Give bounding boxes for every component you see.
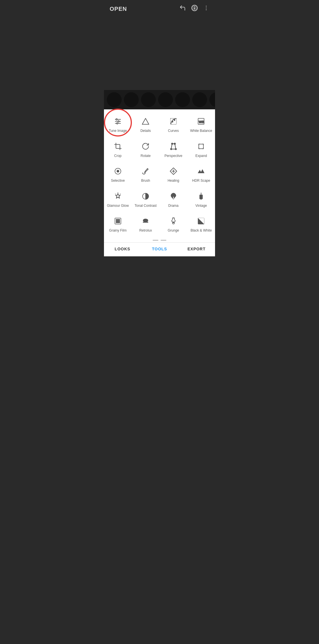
- tool-perspective[interactable]: Perspective: [160, 137, 187, 162]
- svg-marker-12: [142, 118, 149, 124]
- svg-text:WB: WB: [199, 120, 204, 124]
- svg-point-46: [117, 219, 118, 220]
- filter-item[interactable]: [141, 92, 156, 107]
- tool-curves[interactable]: Curves: [160, 112, 187, 137]
- tool-hdr-scape[interactable]: HDR Scape: [187, 162, 215, 187]
- svg-point-11: [116, 123, 118, 124]
- info-icon[interactable]: [191, 5, 198, 13]
- tool-tune-image[interactable]: Tune Image: [104, 112, 132, 137]
- svg-rect-25: [199, 144, 203, 148]
- svg-point-10: [118, 121, 119, 122]
- svg-point-4: [206, 8, 207, 9]
- svg-point-47: [119, 219, 120, 220]
- black-white-label: Black & White: [191, 228, 212, 233]
- svg-point-22: [174, 143, 175, 144]
- filter-item[interactable]: [209, 92, 215, 107]
- tool-grunge[interactable]: Grunge: [160, 212, 187, 237]
- svg-point-9: [116, 119, 117, 120]
- drama-label: Drama: [168, 204, 179, 208]
- tool-grainy-film[interactable]: Grainy Film: [104, 212, 132, 237]
- tool-selective[interactable]: Selective: [104, 162, 132, 187]
- bottom-navigation: LOOKS TOOLS EXPORT: [104, 242, 215, 256]
- grainy-film-label: Grainy Film: [109, 228, 126, 233]
- dot-dash-1: [153, 240, 158, 241]
- svg-line-37: [115, 194, 115, 194]
- nav-tools[interactable]: TOOLS: [141, 247, 178, 251]
- crop-icon: [114, 142, 122, 152]
- white-balance-icon: WB: [197, 117, 205, 126]
- more-options-icon[interactable]: [203, 5, 209, 13]
- crop-label: Crop: [114, 154, 122, 158]
- top-bar-actions: [179, 5, 209, 13]
- svg-rect-56: [143, 222, 148, 223]
- top-bar: OPEN: [104, 0, 215, 16]
- svg-point-51: [116, 222, 117, 223]
- hdr-scape-icon: [197, 167, 205, 176]
- tool-retrolux[interactable]: Retrolux: [132, 212, 160, 237]
- grunge-icon: [169, 217, 177, 226]
- tool-white-balance[interactable]: WB White Balance: [187, 112, 215, 137]
- filter-item[interactable]: [175, 92, 190, 107]
- filter-item[interactable]: [107, 92, 122, 107]
- tool-drama[interactable]: Drama: [160, 187, 187, 212]
- filter-item[interactable]: [192, 92, 207, 107]
- svg-rect-42: [200, 195, 203, 199]
- rotate-label: Rotate: [141, 154, 151, 158]
- tool-rotate[interactable]: Rotate: [132, 137, 160, 162]
- svg-point-53: [119, 222, 120, 223]
- black-white-icon: [197, 217, 205, 226]
- tool-expand[interactable]: Expand: [187, 137, 215, 162]
- perspective-icon: [169, 142, 177, 152]
- filter-strip[interactable]: [104, 90, 215, 109]
- tool-glamour-glow[interactable]: Glamour Glow: [104, 187, 132, 212]
- svg-point-57: [173, 222, 174, 223]
- svg-marker-33: [201, 169, 205, 173]
- rotate-icon: [142, 142, 150, 152]
- svg-point-50: [119, 221, 120, 222]
- healing-label: Healing: [167, 179, 179, 183]
- nav-looks[interactable]: LOOKS: [104, 247, 141, 251]
- svg-point-14: [172, 121, 173, 122]
- brush-icon: [142, 167, 150, 176]
- expand-icon: [197, 142, 205, 152]
- svg-point-3: [206, 6, 207, 7]
- svg-point-21: [171, 143, 173, 144]
- dot-dash-2: [161, 240, 166, 241]
- svg-point-23: [170, 148, 172, 150]
- tool-details[interactable]: Details: [132, 112, 160, 137]
- svg-point-45: [116, 219, 117, 220]
- curves-icon: [169, 117, 177, 126]
- glamour-glow-icon: [114, 192, 122, 201]
- tool-vintage[interactable]: Vintage: [187, 187, 215, 212]
- tonal-contrast-label: Tonal Contrast: [135, 204, 157, 208]
- undo-icon[interactable]: [179, 5, 186, 13]
- filter-item[interactable]: [124, 92, 139, 107]
- vintage-label: Vintage: [195, 204, 207, 208]
- svg-point-55: [144, 220, 145, 222]
- tonal-contrast-icon: [142, 192, 150, 201]
- svg-point-49: [117, 221, 118, 222]
- vintage-icon: [197, 192, 205, 201]
- svg-point-48: [116, 221, 117, 222]
- white-balance-label: White Balance: [190, 129, 212, 133]
- brush-label: Brush: [141, 179, 150, 183]
- tool-brush[interactable]: Brush: [132, 162, 160, 187]
- svg-line-36: [120, 194, 120, 194]
- tool-tonal-contrast[interactable]: Tonal Contrast: [132, 187, 160, 212]
- healing-icon: [169, 167, 177, 176]
- tool-black-white[interactable]: Black & White: [187, 212, 215, 237]
- hdr-scape-label: HDR Scape: [192, 179, 210, 183]
- open-button[interactable]: OPEN: [110, 6, 127, 12]
- scroll-indicator: [104, 237, 215, 242]
- tools-panel: Tune Image Details Curves: [104, 109, 215, 256]
- details-icon: [142, 117, 150, 126]
- svg-point-15: [174, 120, 175, 121]
- tool-crop[interactable]: Crop: [104, 137, 132, 162]
- drama-icon: [169, 192, 177, 201]
- nav-export[interactable]: EXPORT: [178, 247, 215, 251]
- tune-image-label: Tune Image: [109, 129, 127, 133]
- tools-grid: Tune Image Details Curves: [104, 112, 215, 237]
- tool-healing[interactable]: Healing: [160, 162, 187, 187]
- svg-point-24: [175, 148, 177, 150]
- filter-item[interactable]: [158, 92, 173, 107]
